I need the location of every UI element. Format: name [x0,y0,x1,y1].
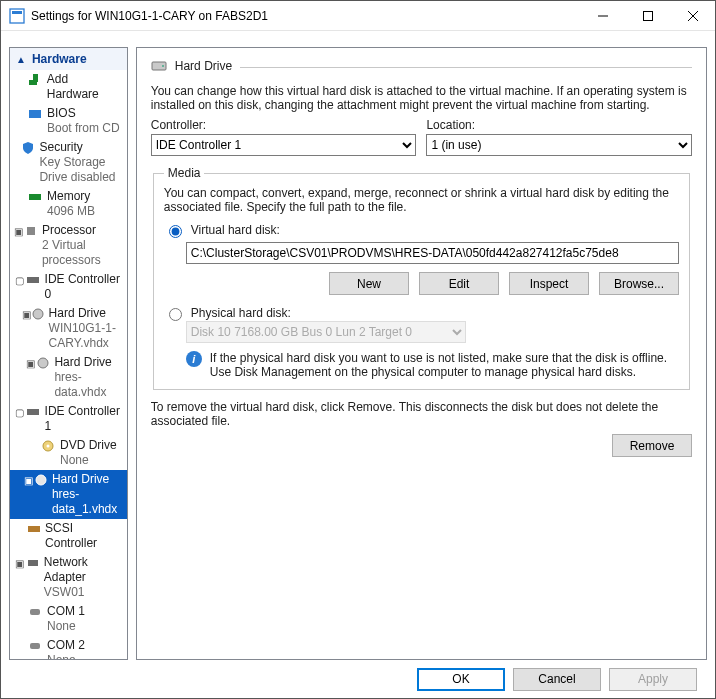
physical-hard-disk-radio[interactable] [169,308,182,321]
nav-item-ide0-hd1[interactable]: ▣ Hard DriveWIN10G1-1-CARY.vhdx [10,304,127,353]
processor-icon [24,223,38,238]
hard-drive-icon [36,355,50,370]
close-button[interactable] [670,1,715,30]
svg-point-12 [33,309,43,319]
virtual-hard-disk-radio[interactable] [169,225,182,238]
nav-item-ide0[interactable]: ▢ IDE Controller 0 [10,270,127,304]
hard-drive-icon [151,58,167,74]
controller-icon [26,404,41,419]
virtual-hard-disk-label: Virtual hard disk: [191,223,280,237]
location-select[interactable]: 1 (in use) [426,134,692,156]
serial-port-icon [27,604,43,619]
collapse-icon[interactable]: ▢ [14,272,26,288]
nav-tree[interactable]: ▲ Hardware Add Hardware BIOSBoot from CD… [9,47,128,660]
memory-icon [27,189,43,204]
hard-drive-icon [31,306,45,321]
svg-rect-11 [27,277,39,283]
window-title: Settings for WIN10G1-1-CARY on FABS2D1 [31,9,580,23]
bios-icon [27,106,43,121]
dvd-icon [40,438,56,453]
svg-rect-21 [30,643,40,649]
settings-window: Settings for WIN10G1-1-CARY on FABS2D1 ▲… [0,0,716,699]
dialog-footer: OK Cancel Apply [1,660,715,698]
maximize-button[interactable] [625,1,670,30]
expand-icon[interactable]: ▣ [25,355,36,371]
svg-rect-19 [28,560,38,566]
cancel-button[interactable]: Cancel [513,668,601,691]
physical-disk-note: If the physical hard disk you want to us… [210,351,679,379]
nav-item-memory[interactable]: Memory4096 MB [10,187,127,221]
nav-item-ide0-hd2[interactable]: ▣ Hard Drivehres-data.vhdx [10,353,127,402]
collapse-icon[interactable]: ▢ [14,404,26,420]
svg-point-17 [36,475,46,485]
nav-item-security[interactable]: SecurityKey Storage Drive disabled [10,138,127,187]
controller-label: Controller: [151,118,417,132]
network-icon [26,555,40,570]
remove-note: To remove the virtual hard disk, click R… [151,400,692,428]
apply-button: Apply [609,668,697,691]
nav-item-network-adapter[interactable]: ▣ Network AdapterVSW01 [10,553,127,602]
nav-item-com2[interactable]: COM 2None [10,636,127,660]
remove-button[interactable]: Remove [612,434,692,457]
scsi-icon [26,521,41,536]
content-pane: Hard Drive You can change how this virtu… [136,47,707,660]
expand-icon[interactable]: ▣ [14,555,26,571]
divider [240,67,692,68]
nav-header-label: Hardware [32,52,87,66]
app-icon [9,8,25,24]
nav-item-ide1-dvd[interactable]: DVD DriveNone [10,436,127,470]
physical-disk-select: Disk 10 7168.00 GB Bus 0 Lun 2 Target 0 [186,321,466,343]
shield-icon [21,140,35,155]
svg-point-28 [162,65,164,67]
browse-button[interactable]: Browse... [599,272,679,295]
media-desc: You can compact, convert, expand, merge,… [164,186,679,214]
media-legend: Media [164,166,205,180]
expand-icon[interactable]: ▣ [14,223,24,239]
svg-rect-14 [27,409,39,415]
new-button[interactable]: New [329,272,409,295]
chevron-up-icon: ▲ [16,54,26,65]
inspect-button[interactable]: Inspect [509,272,589,295]
edit-button[interactable]: Edit [419,272,499,295]
ok-button[interactable]: OK [417,668,505,691]
nav-item-add-hardware[interactable]: Add Hardware [10,70,127,104]
add-hardware-icon [27,72,43,87]
svg-rect-20 [30,609,40,615]
location-label: Location: [426,118,692,132]
content-title: Hard Drive [175,59,232,73]
svg-rect-9 [29,194,41,200]
minimize-button[interactable] [580,1,625,30]
expand-icon[interactable]: ▣ [24,472,34,488]
nav-item-com1[interactable]: COM 1None [10,602,127,636]
nav-item-scsi[interactable]: SCSI Controller [10,519,127,553]
serial-port-icon [27,638,43,653]
svg-rect-3 [643,11,652,20]
nav-item-ide1-hd[interactable]: ▣ Hard Drivehres-data_1.vhdx [10,470,127,519]
svg-point-16 [47,445,50,448]
vhd-path-input[interactable] [186,242,679,264]
info-icon: i [186,351,202,367]
nav-item-bios[interactable]: BIOSBoot from CD [10,104,127,138]
nav-item-ide1[interactable]: ▢ IDE Controller 1 [10,402,127,436]
physical-hard-disk-label: Physical hard disk: [191,306,291,320]
hard-drive-icon [34,472,48,487]
nav-section-hardware[interactable]: ▲ Hardware [10,48,127,70]
expand-icon[interactable]: ▣ [22,306,31,322]
controller-select[interactable]: IDE Controller 1 [151,134,417,156]
svg-rect-7 [33,74,38,82]
svg-point-13 [38,358,48,368]
media-group: Media You can compact, convert, expand, … [153,166,690,390]
svg-rect-8 [29,110,41,118]
svg-rect-1 [12,11,22,14]
controller-icon [26,272,41,287]
svg-rect-18 [28,526,40,532]
content-intro: You can change how this virtual hard dis… [151,84,692,112]
svg-rect-10 [27,227,35,235]
title-bar: Settings for WIN10G1-1-CARY on FABS2D1 [1,1,715,31]
nav-item-processor[interactable]: ▣ Processor2 Virtual processors [10,221,127,270]
